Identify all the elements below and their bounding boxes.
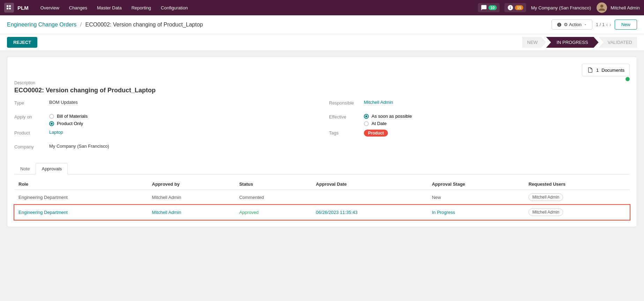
table-row[interactable]: Engineering DepartmentMitchell AdminAppr…: [14, 205, 630, 220]
table-cell-status: Approved: [235, 205, 312, 220]
form-left-column: Type BOM Updates Apply on Bill of Materi…: [14, 100, 315, 157]
online-indicator: [626, 77, 630, 81]
tabs-header: Note Approvals: [14, 163, 630, 174]
type-label: Type: [14, 100, 49, 106]
svg-rect-0: [7, 5, 8, 7]
table-cell-role: Engineering Department: [14, 205, 148, 220]
bill-of-materials-radio[interactable]: [49, 114, 54, 119]
table-row[interactable]: Engineering DepartmentMitchell AdminComm…: [14, 190, 630, 205]
breadcrumb-separator: /: [80, 22, 82, 28]
apply-product-only-option[interactable]: Product Only: [49, 121, 88, 126]
user-avatar[interactable]: [597, 2, 607, 13]
effective-asap-option[interactable]: As soon as possible: [364, 114, 412, 119]
approvals-table: Role Approved by Status Approval Date Ap…: [14, 179, 630, 220]
documents-section: 1 Documents: [14, 64, 630, 76]
asap-radio[interactable]: [364, 114, 369, 119]
next-record-button[interactable]: ›: [609, 22, 611, 28]
effective-row: Effective As soon as possible At Date: [329, 114, 630, 126]
apply-on-label: Apply on: [14, 114, 49, 119]
messages-badge: 10: [488, 5, 497, 10]
tags-label: Tags: [329, 130, 364, 136]
user-name: Mitchell Admin: [611, 5, 640, 10]
effective-options: As soon as possible At Date: [364, 114, 412, 126]
col-status: Status: [235, 179, 312, 190]
product-only-label: Product Only: [57, 121, 83, 126]
apply-bill-of-materials-option[interactable]: Bill of Materials: [49, 114, 88, 119]
reject-button[interactable]: REJECT: [7, 37, 37, 48]
at-date-radio[interactable]: [364, 121, 369, 126]
breadcrumb: Engineering Change Orders / ECO0002: Ver…: [7, 22, 552, 28]
description-label: Description: [14, 80, 630, 85]
main-content: 1 Documents Description ECO0002: Version…: [0, 51, 644, 233]
company-row: Company My Company (San Francisco): [14, 144, 315, 154]
table-cell-status: Commented: [235, 190, 312, 205]
company-name: My Company (San Francisco): [531, 5, 591, 10]
col-approval-date: Approval Date: [312, 179, 428, 190]
record-position: 1 / 1: [596, 22, 605, 27]
form-description: Description ECO0002: Version changing of…: [14, 80, 630, 94]
at-date-label: At Date: [372, 121, 387, 126]
product-value[interactable]: Laptop: [49, 130, 63, 135]
documents-count: 1: [596, 68, 599, 73]
action-button[interactable]: ⚙ Action: [552, 20, 592, 30]
content-card: 1 Documents Description ECO0002: Version…: [7, 56, 637, 227]
svg-rect-1: [9, 5, 11, 7]
table-cell-requested_users: Mitchell Admin: [524, 205, 630, 220]
col-approval-stage: Approval Stage: [428, 179, 524, 190]
step-in-progress[interactable]: IN PROGRESS: [546, 37, 598, 48]
tag-product[interactable]: Product: [364, 130, 388, 137]
documents-button[interactable]: 1 Documents: [582, 64, 630, 76]
table-cell-approval_stage: New: [428, 190, 524, 205]
top-navigation: PLM Overview Changes Master Data Reporti…: [0, 0, 644, 15]
table-cell-approval_stage: In Progress: [428, 205, 524, 220]
messages-button[interactable]: 10: [478, 3, 500, 12]
product-row: Product Laptop: [14, 130, 315, 140]
table-body: Engineering DepartmentMitchell AdminComm…: [14, 190, 630, 220]
responsible-label: Responsible: [329, 100, 364, 106]
asap-label: As soon as possible: [372, 114, 412, 119]
breadcrumb-bar: Engineering Change Orders / ECO0002: Ver…: [0, 15, 644, 34]
nav-configuration[interactable]: Configuration: [157, 3, 192, 13]
record-navigation: 1 / 1 ‹ ›: [596, 22, 611, 28]
type-row: Type BOM Updates: [14, 100, 315, 110]
nav-reporting[interactable]: Reporting: [127, 3, 155, 13]
effective-at-date-option[interactable]: At Date: [364, 121, 412, 126]
type-value: BOM Updates: [49, 100, 78, 105]
prev-record-button[interactable]: ‹: [606, 22, 608, 28]
user-badge: Mitchell Admin: [529, 193, 563, 201]
nav-changes[interactable]: Changes: [65, 3, 91, 13]
status-steps: NEW IN PROGRESS VALIDATED: [522, 37, 637, 48]
new-button[interactable]: New: [615, 20, 637, 30]
app-name: PLM: [17, 5, 29, 11]
activities-badge: 15: [515, 5, 523, 10]
form-title: ECO0002: Version changing of Product_Lap…: [14, 87, 630, 94]
tab-approvals[interactable]: Approvals: [36, 163, 68, 175]
tab-note[interactable]: Note: [14, 163, 36, 174]
product-only-radio[interactable]: [49, 121, 54, 126]
nav-overview[interactable]: Overview: [36, 3, 63, 13]
form-grid: Type BOM Updates Apply on Bill of Materi…: [14, 100, 630, 157]
breadcrumb-parent[interactable]: Engineering Change Orders: [7, 22, 76, 28]
documents-label: Documents: [601, 68, 624, 73]
nav-master-data[interactable]: Master Data: [93, 3, 126, 13]
apply-on-options: Bill of Materials Product Only: [49, 114, 88, 126]
col-role: Role: [14, 179, 148, 190]
tags-row: Tags Product: [329, 130, 630, 140]
step-new[interactable]: NEW: [522, 37, 546, 48]
company-label: Company: [14, 144, 49, 149]
responsible-value[interactable]: Mitchell Admin: [364, 100, 393, 105]
svg-rect-2: [7, 8, 8, 9]
status-bar: REJECT NEW IN PROGRESS VALIDATED: [0, 34, 644, 51]
action-button-label: ⚙ Action: [564, 22, 582, 27]
tabs-section: Note Approvals: [14, 163, 630, 175]
step-validated[interactable]: VALIDATED: [599, 37, 637, 48]
svg-rect-3: [9, 8, 11, 9]
company-value: My Company (San Francisco): [49, 144, 109, 149]
form-right-column: Responsible Mitchell Admin Effective As …: [329, 100, 630, 157]
table-cell-approval_date: 06/26/2023 11:35:43: [312, 205, 428, 220]
activities-button[interactable]: 15: [504, 3, 526, 12]
col-approved-by: Approved by: [148, 179, 235, 190]
table-header: Role Approved by Status Approval Date Ap…: [14, 179, 630, 190]
app-grid-icon[interactable]: [4, 3, 14, 13]
responsible-row: Responsible Mitchell Admin: [329, 100, 630, 110]
